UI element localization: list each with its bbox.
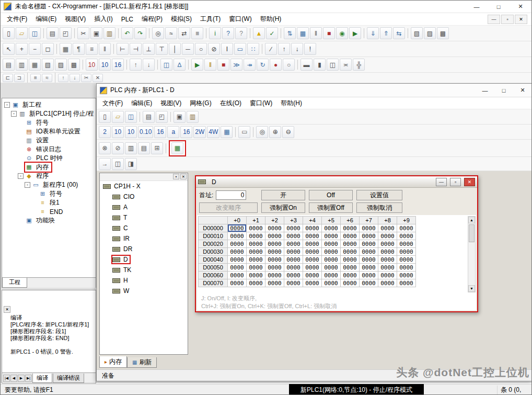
tile-vertical-button[interactable]: ▮ xyxy=(314,59,326,71)
work-online-button[interactable]: ⇅ xyxy=(284,27,296,39)
step-in-button[interactable]: ≫ xyxy=(230,59,242,71)
memory-cell[interactable]: 0000 xyxy=(228,232,247,240)
tree-item-plc-clock[interactable]: ⊙PLC 时钟 xyxy=(2,154,96,163)
memory-cell[interactable]: 0000 xyxy=(228,224,247,232)
differential-up-button[interactable]: ↑ xyxy=(278,43,290,55)
memory-close-button[interactable]: ✕ xyxy=(513,84,532,97)
tree-item-mem-area-w[interactable]: W xyxy=(100,286,188,296)
memory-cell[interactable]: 0000 xyxy=(265,232,284,240)
copy-button[interactable]: ▣ xyxy=(174,111,186,123)
menu-item-1[interactable]: 文件(F) xyxy=(3,13,31,25)
clear-breakpoint-button[interactable]: ○ xyxy=(283,59,295,71)
zoom-in-button[interactable]: + xyxy=(16,43,28,55)
memory-cell[interactable]: 0000 xyxy=(247,240,265,248)
monitor-button[interactable]: ▦ xyxy=(171,142,183,154)
first-address-input[interactable] xyxy=(216,190,246,200)
memory-cell[interactable]: 0000 xyxy=(303,248,322,256)
memory-cell[interactable]: 0000 xyxy=(341,248,360,256)
memory-cell[interactable]: 0000 xyxy=(265,240,284,248)
memory-cell[interactable]: 0000 xyxy=(341,256,360,264)
memory-cell[interactable]: 0000 xyxy=(284,224,303,232)
memory-cell[interactable]: 0000 xyxy=(265,279,284,287)
vertical-scrollbar[interactable]: ▲ ▼ xyxy=(468,216,476,292)
memory-cell[interactable]: 0000 xyxy=(265,272,284,279)
minimize-button[interactable]: — xyxy=(466,1,488,13)
output-tab-2[interactable]: 编译错误 xyxy=(53,374,84,383)
memory-cell[interactable]: 0000 xyxy=(247,264,265,272)
immediate-refresh-button[interactable]: ! xyxy=(304,43,316,55)
menu-item-6[interactable]: 窗口(W) xyxy=(246,97,276,109)
memory-cell[interactable]: 0000 xyxy=(397,279,416,287)
monitor-button[interactable]: ▦ xyxy=(297,27,309,39)
zoom-fit-button[interactable]: ◻ xyxy=(42,43,54,55)
interlock-clear-button[interactable]: ⊐ xyxy=(14,74,25,82)
run-button[interactable]: ▶ xyxy=(191,59,203,71)
format-word-button[interactable]: 16 xyxy=(180,126,192,138)
force-off-button[interactable]: ⊘ xyxy=(112,142,124,154)
set-breakpoint-button[interactable]: ● xyxy=(270,59,282,71)
wrap-button[interactable]: ≈ xyxy=(42,74,52,82)
output-nav-icon-2[interactable]: ◀ xyxy=(10,375,17,382)
expander-icon[interactable]: - xyxy=(11,111,17,117)
grid-toggle-button[interactable]: ▦ xyxy=(60,43,72,55)
memory-cell[interactable]: 0000 xyxy=(228,264,247,272)
coil-nc-button[interactable]: ⊘ xyxy=(208,43,220,55)
menu-item-2[interactable]: 编辑(E) xyxy=(127,97,156,109)
memory-cell[interactable]: 0000 xyxy=(360,279,378,287)
toggle-output-button[interactable]: ▥ xyxy=(16,59,28,71)
memory-cell[interactable]: 0000 xyxy=(378,279,397,287)
redo-button[interactable]: ↷ xyxy=(134,27,146,39)
force-set-on-button[interactable]: 强制置On xyxy=(261,202,305,213)
help-button[interactable]: ? xyxy=(222,27,234,39)
tab-project[interactable]: 工程 xyxy=(2,278,27,288)
memory-cell[interactable]: 0000 xyxy=(284,248,303,256)
memory-cell[interactable]: 0000 xyxy=(322,224,341,232)
show-comment-button[interactable]: ¶ xyxy=(73,43,85,55)
compare-button[interactable]: ⇆ xyxy=(393,27,405,39)
menu-item-1[interactable]: 文件(F) xyxy=(98,97,127,109)
fb-parameter-button[interactable]: ∷ xyxy=(247,43,259,55)
print-button[interactable]: ▤ xyxy=(143,111,155,123)
monitor-decimal-button[interactable]: 10 xyxy=(86,59,98,71)
or-contact-nc-button[interactable]: ⊤ xyxy=(156,43,168,55)
expander-icon[interactable]: - xyxy=(4,102,10,108)
memory-cell[interactable]: 0000 xyxy=(303,224,322,232)
differential-down-button[interactable]: ↓ xyxy=(291,43,303,55)
memory-cell[interactable]: 0000 xyxy=(397,272,416,279)
new-file-button[interactable]: ▯ xyxy=(3,27,15,39)
output-tab-1[interactable]: 编译 xyxy=(32,374,52,383)
pane-zoom2-button[interactable]: ◨ xyxy=(125,158,137,170)
toggle-cross-reference-button[interactable]: ▧ xyxy=(42,59,54,71)
mdi-close-button[interactable]: ✕ xyxy=(515,15,527,24)
memory-cell[interactable]: 0000 xyxy=(378,256,397,264)
new-view-button[interactable]: ▯ xyxy=(99,111,111,123)
memory-cell[interactable]: 0000 xyxy=(247,256,265,264)
format-2w-button[interactable]: 2W xyxy=(193,126,206,138)
memory-cell[interactable]: 0000 xyxy=(284,240,303,248)
memory-cell[interactable]: 0000 xyxy=(378,240,397,248)
paste-button[interactable]: ▥ xyxy=(187,111,199,123)
menu-item-10[interactable]: 帮助(H) xyxy=(256,13,286,25)
menu-item-5[interactable]: PLC xyxy=(117,14,137,25)
memory-cell[interactable]: 0000 xyxy=(341,272,360,279)
mdi-restore-button[interactable]: ▫ xyxy=(501,15,514,24)
format-4w-button[interactable]: 4W xyxy=(207,126,219,138)
copy-button[interactable]: ▣ xyxy=(90,27,102,39)
instruction-button[interactable]: I xyxy=(221,43,233,55)
zoom-out-button[interactable]: − xyxy=(29,43,41,55)
menu-item-4[interactable]: 插入(I) xyxy=(90,13,117,25)
pause-button[interactable]: ‖ xyxy=(310,27,322,39)
scroll-up-icon[interactable]: ▲ xyxy=(468,217,475,223)
zoom-in-button[interactable]: ⊕ xyxy=(269,126,281,138)
memory-cell[interactable]: 0000 xyxy=(247,224,265,232)
tile-windows-button[interactable]: ▨ xyxy=(424,27,436,39)
undo-button[interactable]: ↶ xyxy=(121,27,133,39)
memory-cell[interactable]: 0000 xyxy=(265,224,284,232)
pin-icon[interactable]: ▪ xyxy=(173,174,179,179)
memory-cell[interactable]: 0000 xyxy=(228,256,247,264)
tree-item-mem-area-ir[interactable]: IR xyxy=(100,233,188,244)
memory-cell[interactable]: 0000 xyxy=(341,240,360,248)
memory-cell[interactable]: 0000 xyxy=(247,248,265,256)
continuous-run-button[interactable]: ↻ xyxy=(257,59,269,71)
memory-cell[interactable]: 0000 xyxy=(360,256,378,264)
